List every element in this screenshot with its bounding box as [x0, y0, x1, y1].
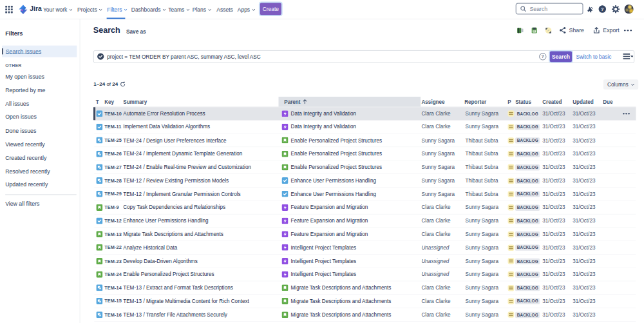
svg-text:?: ? [601, 7, 603, 12]
svg-text:?: ? [542, 54, 544, 59]
